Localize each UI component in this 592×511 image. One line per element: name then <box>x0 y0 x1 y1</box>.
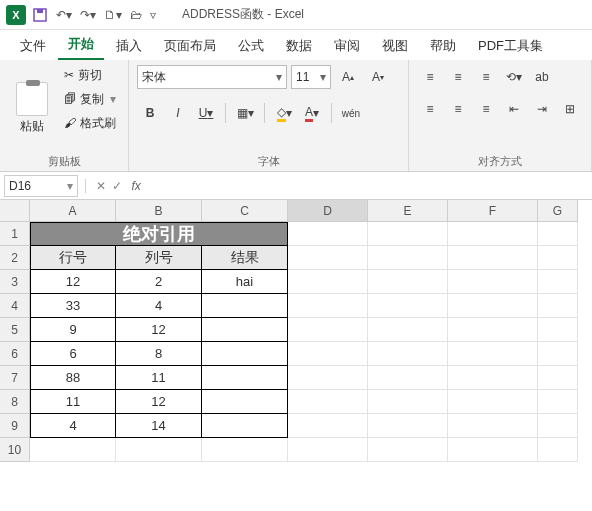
new-file-icon[interactable]: 🗋▾ <box>104 8 122 22</box>
cell[interactable] <box>368 294 448 318</box>
tab-insert[interactable]: 插入 <box>106 32 152 60</box>
undo-icon[interactable]: ↶▾ <box>56 8 72 22</box>
row-header[interactable]: 9 <box>0 414 30 438</box>
cell[interactable] <box>538 270 578 294</box>
cell[interactable] <box>538 390 578 414</box>
cell[interactable] <box>368 222 448 246</box>
cell[interactable] <box>538 294 578 318</box>
align-top-icon[interactable]: ≡ <box>417 64 443 90</box>
format-painter-button[interactable]: 🖌 格式刷 <box>60 112 120 134</box>
cell[interactable] <box>448 222 538 246</box>
redo-icon[interactable]: ↷▾ <box>80 8 96 22</box>
align-right-icon[interactable]: ≡ <box>473 96 499 122</box>
cell[interactable] <box>202 414 288 438</box>
row-header[interactable]: 7 <box>0 366 30 390</box>
cell[interactable] <box>368 390 448 414</box>
cut-button[interactable]: ✂ 剪切 <box>60 64 120 86</box>
cell[interactable] <box>448 414 538 438</box>
cell[interactable] <box>288 342 368 366</box>
cell[interactable]: hai <box>202 270 288 294</box>
cell[interactable]: 11 <box>30 390 116 414</box>
select-all-corner[interactable] <box>0 200 30 222</box>
cell[interactable] <box>538 246 578 270</box>
tab-formulas[interactable]: 公式 <box>228 32 274 60</box>
fill-color-button[interactable]: ◇▾ <box>271 100 297 126</box>
phonetic-button[interactable]: wén <box>338 100 364 126</box>
decrease-font-icon[interactable]: A▾ <box>365 64 391 90</box>
column-header[interactable]: G <box>538 200 578 222</box>
wrap-text-icon[interactable]: ab <box>529 64 555 90</box>
cell[interactable] <box>202 366 288 390</box>
cell[interactable]: 12 <box>30 270 116 294</box>
cell[interactable]: 33 <box>30 294 116 318</box>
align-middle-icon[interactable]: ≡ <box>445 64 471 90</box>
font-color-button[interactable]: A▾ <box>299 100 325 126</box>
tab-view[interactable]: 视图 <box>372 32 418 60</box>
cell[interactable]: 结果 <box>202 246 288 270</box>
cell[interactable] <box>368 246 448 270</box>
cell[interactable] <box>368 366 448 390</box>
increase-indent-icon[interactable]: ⇥ <box>529 96 555 122</box>
cell[interactable]: 列号 <box>116 246 202 270</box>
cell[interactable]: 2 <box>116 270 202 294</box>
tab-file[interactable]: 文件 <box>10 32 56 60</box>
cell[interactable] <box>538 414 578 438</box>
row-header[interactable]: 5 <box>0 318 30 342</box>
row-header[interactable]: 6 <box>0 342 30 366</box>
cell[interactable] <box>202 390 288 414</box>
row-header[interactable]: 1 <box>0 222 30 246</box>
cell[interactable] <box>288 366 368 390</box>
cell[interactable] <box>30 438 116 462</box>
row-header[interactable]: 2 <box>0 246 30 270</box>
tab-data[interactable]: 数据 <box>276 32 322 60</box>
cell[interactable] <box>288 270 368 294</box>
merge-button[interactable]: ⊞ <box>557 96 583 122</box>
cell[interactable] <box>448 270 538 294</box>
cell[interactable] <box>448 246 538 270</box>
row-header[interactable]: 4 <box>0 294 30 318</box>
cell[interactable] <box>202 438 288 462</box>
align-bottom-icon[interactable]: ≡ <box>473 64 499 90</box>
borders-button[interactable]: ▦▾ <box>232 100 258 126</box>
cell[interactable] <box>368 270 448 294</box>
cell[interactable] <box>288 294 368 318</box>
cell[interactable] <box>202 318 288 342</box>
qat-more-icon[interactable]: ▿ <box>150 8 156 22</box>
cell[interactable] <box>538 318 578 342</box>
cell[interactable]: 4 <box>30 414 116 438</box>
name-box[interactable]: D16 ▾ <box>4 175 78 197</box>
cell[interactable] <box>368 342 448 366</box>
cell[interactable]: 11 <box>116 366 202 390</box>
open-folder-icon[interactable]: 🗁 <box>130 8 142 22</box>
cell[interactable] <box>202 294 288 318</box>
copy-button[interactable]: 🗐 复制▾ <box>60 88 120 110</box>
row-header[interactable]: 8 <box>0 390 30 414</box>
italic-button[interactable]: I <box>165 100 191 126</box>
accept-formula-icon[interactable]: ✓ <box>112 179 122 193</box>
tab-pagelayout[interactable]: 页面布局 <box>154 32 226 60</box>
cell[interactable] <box>538 342 578 366</box>
cell[interactable] <box>448 366 538 390</box>
row-header[interactable]: 3 <box>0 270 30 294</box>
cell[interactable]: 6 <box>30 342 116 366</box>
column-header[interactable]: B <box>116 200 202 222</box>
cell[interactable]: 12 <box>116 390 202 414</box>
row-header[interactable]: 10 <box>0 438 30 462</box>
column-header[interactable]: C <box>202 200 288 222</box>
decrease-indent-icon[interactable]: ⇤ <box>501 96 527 122</box>
cell[interactable] <box>448 294 538 318</box>
cell[interactable] <box>368 318 448 342</box>
cell[interactable] <box>288 438 368 462</box>
cell[interactable] <box>368 438 448 462</box>
underline-button[interactable]: U▾ <box>193 100 219 126</box>
cell[interactable] <box>116 438 202 462</box>
cell[interactable] <box>538 222 578 246</box>
tab-home[interactable]: 开始 <box>58 30 104 60</box>
save-icon[interactable] <box>32 7 48 23</box>
cell[interactable] <box>202 342 288 366</box>
tab-review[interactable]: 审阅 <box>324 32 370 60</box>
cell[interactable] <box>368 414 448 438</box>
column-header[interactable]: F <box>448 200 538 222</box>
paste-button[interactable]: 粘贴 <box>8 64 56 152</box>
cell[interactable] <box>288 222 368 246</box>
